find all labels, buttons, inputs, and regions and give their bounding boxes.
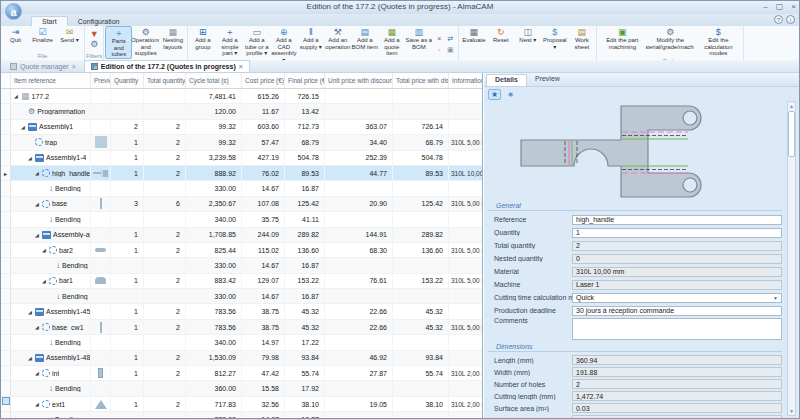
column-header-name[interactable]: Item reference (11, 73, 91, 88)
expand-triangle-icon[interactable]: ◢ (34, 324, 40, 330)
table-row[interactable]: ◢Assembly1-4512783.5638.7545.3222.6645.3… (1, 304, 482, 319)
table-row[interactable]: ◢int12812.2747.4255.7427.8755.74310L 2,0… (1, 366, 482, 381)
send-button[interactable]: ✉Send ▾ (56, 26, 83, 52)
field-comments[interactable] (572, 318, 782, 340)
filter-button[interactable]: ▼ (86, 29, 102, 39)
nest-button[interactable]: ◫Nest ▾ (514, 26, 541, 52)
mini-check-errors-button[interactable]: × (434, 34, 444, 44)
expand-triangle-icon[interactable]: ◢ (34, 401, 40, 407)
help-icon[interactable]: ? (774, 15, 783, 24)
doc-tab-edition[interactable]: Edition of the 177.2 (Quotes in progress… (84, 60, 250, 72)
table-row[interactable]: ↓Bending330.0014.6716.87 (1, 412, 482, 418)
column-header-preview[interactable]: Preview (91, 73, 111, 88)
minimize-button[interactable]: – (763, 1, 767, 13)
edit-calculation-modes-button[interactable]: $Edit the calculation modes (694, 26, 742, 57)
table-row[interactable]: ◢ext112717.8332.5638.1019.0538.10310L 2,… (1, 397, 482, 412)
column-header-info[interactable]: Information (449, 73, 483, 88)
table-row[interactable]: ◢▦177.27,481.41615.26726.15 (1, 89, 482, 104)
tab-preview[interactable]: Preview (527, 74, 568, 86)
add-quote-item-button[interactable]: ▦Add a quote item (378, 26, 405, 63)
column-header-tdisc[interactable]: Total price with discount (€) (393, 73, 449, 88)
info-icon[interactable]: i (786, 15, 795, 24)
column-header-cycle[interactable]: Cycle total (s) (186, 73, 242, 88)
tab-details[interactable]: Details (486, 74, 527, 86)
table-row[interactable]: ◢Assembly1-48121,530.0979.9893.8446.9293… (1, 351, 482, 366)
table-row[interactable]: ↓Bending330.0014.6716.87 (1, 258, 482, 273)
add-bom-item-button[interactable]: ▤Add a BOM item (351, 26, 378, 63)
table-row[interactable]: ◢bar112883.42129.07153.2276.61153.22310L… (1, 274, 482, 289)
column-header-cost[interactable]: Cost price (€) (242, 73, 285, 88)
expand-triangle-icon[interactable]: ◢ (34, 170, 40, 176)
column-header-margin[interactable] (1, 73, 11, 88)
close-tab-icon[interactable]: × (239, 63, 243, 70)
expand-triangle-icon[interactable]: ◢ (34, 201, 40, 207)
field-cutting-time-calculation-mode[interactable]: Quick▼ (572, 293, 782, 303)
table-row[interactable]: ↓Bending330.0014.6716.87 (1, 181, 482, 196)
field-quantity[interactable]: 1 (572, 228, 782, 238)
scrollbar-thumb[interactable] (788, 111, 795, 157)
mini-copy-button[interactable]: ▣ (445, 45, 455, 55)
add-cad-assembly-button[interactable]: ⊕Add a CAD assembly ▾ (270, 26, 297, 63)
table-row[interactable]: ⚙Programmation120.0011.6713.42 (1, 104, 482, 119)
mini-option-button[interactable]: ◦ (434, 45, 444, 55)
field-reference[interactable]: high_handle (572, 215, 782, 225)
doc-tab-quote-manager[interactable]: Quote manager× (4, 60, 82, 72)
close-tab-icon[interactable]: × (72, 63, 76, 70)
mini-update-button[interactable]: ⇄ (445, 34, 455, 44)
table-row[interactable]: ↓Bending360.0015.5817.92 (1, 381, 482, 396)
add-supply-button[interactable]: ‖Add a supply ▾ (297, 26, 324, 63)
expand-triangle-icon[interactable]: ◢ (20, 124, 26, 130)
tools-icon[interactable]: ∗ (504, 89, 517, 100)
add-operation-button[interactable]: ⚒Add an operation (324, 26, 351, 63)
table-row[interactable]: ◢base_cw112783.5638.7545.3222.6645.32310… (1, 320, 482, 335)
edit-part-machining-button[interactable]: ▣Edit the part machining (598, 26, 646, 57)
expand-triangle-icon[interactable]: ◢ (13, 93, 19, 99)
table-row[interactable]: ↓Bending330.0014.6716.87 (1, 289, 482, 304)
expand-triangle-icon[interactable]: ◢ (27, 155, 33, 161)
table-row[interactable]: trap1299.3257.4768.7934.4068.79310L 5,00… (1, 135, 482, 150)
column-header-final[interactable]: Final price (€) (285, 73, 325, 88)
expand-triangle-icon[interactable]: ◢ (34, 232, 40, 238)
panel-scrollbar[interactable]: ▲ ▼ (787, 101, 796, 416)
chevron-down-icon[interactable]: ▼ (771, 294, 780, 302)
expand-triangle-icon[interactable]: ◢ (27, 309, 33, 315)
table-row[interactable]: ◢Assembly-assm25121,708.85244.09289.8214… (1, 228, 482, 243)
close-button[interactable]: × (791, 1, 796, 13)
modify-material-button[interactable]: ⚙Modify the material/grade/machine (646, 26, 694, 57)
reset-button[interactable]: ↻Reset (487, 26, 514, 52)
scroll-up-icon[interactable]: ▲ (788, 102, 795, 110)
expand-triangle-icon[interactable]: ◢ (41, 247, 47, 253)
column-header-udisc[interactable]: Unit price with discount (€) (325, 73, 393, 88)
add-simple-part-button[interactable]: ＋Add a simple part ▾ (216, 26, 243, 63)
almacam-logo-icon[interactable]: a (5, 3, 22, 20)
table-row[interactable]: ◢Assembly12299.32603.60712.73363.07726.1… (1, 120, 482, 135)
expand-triangle-icon[interactable]: ◢ (34, 370, 40, 376)
finalize-button[interactable]: ☑Finalize (29, 26, 56, 52)
maximize-button[interactable]: ▢ (776, 1, 784, 13)
table-row[interactable]: ◢Assembly1-4123,239.58427.19504.78252.39… (1, 151, 482, 166)
proposal-button[interactable]: $Proposal ▾ (541, 26, 568, 52)
parts-and-tubes-button[interactable]: ＋Parts and tubes (105, 26, 132, 59)
table-row[interactable]: ◢bar212825.44115.02136.6068.30136.60310L… (1, 243, 482, 258)
table-row[interactable]: ▸◢high_handle12888.9276.0289.5344.7789.5… (1, 166, 482, 181)
favorite-star-icon[interactable]: ★ (488, 89, 501, 100)
table-row[interactable]: ↓Bending340.0014.9717.22 (1, 335, 482, 350)
expand-triangle-icon[interactable]: ◢ (41, 278, 47, 284)
operations-and-supplies-button[interactable]: ⚙Operations and supplies (132, 26, 159, 59)
evaluate-button[interactable]: ▦Evaluate (460, 26, 487, 52)
table-row[interactable]: ↓Bending340.0035.7541.11 (1, 212, 482, 227)
filter-settings-button[interactable]: ⚙ (86, 39, 102, 49)
column-header-tqty[interactable]: Total quantity (144, 73, 186, 88)
save-as-bom-button[interactable]: ▥Save as a BOM (405, 26, 432, 63)
ribbon-tab-configuration[interactable]: Configuration (68, 17, 130, 26)
table-row[interactable]: ◢base362,350.67107.08125.4220.90125.4231… (1, 197, 482, 212)
scroll-down-icon[interactable]: ▼ (788, 407, 795, 415)
work-sheet-button[interactable]: ▤Work sheet (568, 26, 595, 52)
column-header-qty[interactable]: Quantity (111, 73, 144, 88)
ribbon-tab-start[interactable]: Start (31, 16, 68, 26)
field-production-deadline[interactable]: 30 jours à réception commande (572, 306, 782, 316)
add-group-button[interactable]: ⊞Add a group (189, 26, 216, 63)
add-tube-profile-button[interactable]: ▭Add a tube or a profile ▾ (243, 26, 270, 63)
expand-triangle-icon[interactable]: ◢ (27, 355, 33, 361)
nesting-layouts-button[interactable]: ▦Nesting layouts (159, 26, 186, 59)
